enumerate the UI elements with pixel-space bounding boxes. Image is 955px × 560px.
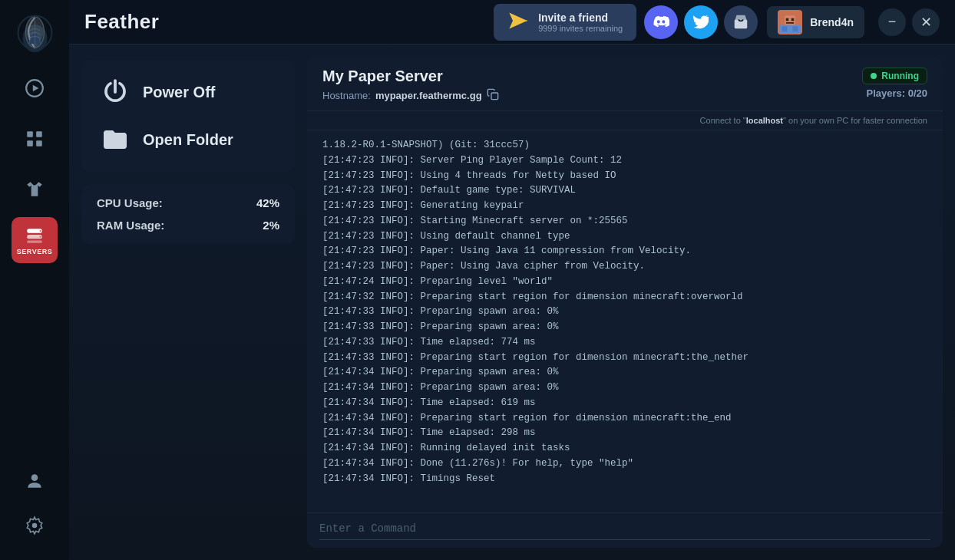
localhost-info: Connect to "localhost" on your own PC fo…	[307, 111, 943, 130]
svg-rect-5	[27, 131, 33, 137]
log-line: [21:47:23 INFO]: Default game type: SURV…	[322, 183, 927, 198]
discord-button[interactable]	[644, 5, 678, 39]
invite-text: Invite a friend 9999 invites remaining	[538, 12, 623, 33]
ram-value: 2%	[263, 219, 279, 232]
invite-friend-button[interactable]: Invite a friend 9999 invites remaining	[494, 4, 636, 41]
hostname-value: mypaper.feathermc.gg	[375, 90, 482, 101]
right-panel: My Paper Server Hostname: mypaper.feathe…	[307, 44, 955, 560]
svg-rect-21	[786, 22, 795, 24]
play-icon	[25, 78, 45, 98]
topbar-actions: Brend4n − ✕	[644, 5, 940, 39]
console-status-group: Running Players: 0/20	[862, 68, 927, 99]
settings-icon	[25, 516, 45, 535]
sidebar-logo	[10, 8, 60, 58]
console-card: My Paper Server Hostname: mypaper.feathe…	[307, 57, 943, 548]
console-log: 1.18.2-R0.1-SNAPSHOT) (Git: 31ccc57)[21:…	[307, 130, 943, 512]
power-off-label: Power Off	[143, 84, 215, 101]
sidebar-item-account[interactable]	[15, 462, 54, 500]
server-actions: Power Off Open Folder	[81, 60, 295, 172]
sidebar-item-cosmetics[interactable]	[12, 166, 58, 212]
sidebar-item-servers-label: SERVERS	[17, 248, 52, 255]
sidebar-item-play[interactable]	[12, 65, 58, 111]
log-line: [21:47:34 INFO]: Preparing spawn area: 0…	[322, 365, 927, 380]
folder-icon	[100, 124, 131, 155]
log-line: [21:47:34 INFO]: Time elapsed: 619 ms	[322, 396, 927, 410]
console-input[interactable]	[319, 522, 930, 535]
cpu-stat-row: CPU Usage: 42%	[97, 196, 279, 209]
log-line: 1.18.2-R0.1-SNAPSHOT) (Git: 31ccc57)	[322, 138, 927, 153]
shirt-icon	[25, 180, 45, 199]
svg-rect-23	[782, 26, 788, 31]
shop-icon	[732, 14, 749, 31]
account-icon	[25, 471, 45, 491]
svg-rect-19	[786, 18, 789, 21]
svg-point-14	[31, 474, 38, 481]
window-controls: − ✕	[878, 8, 940, 36]
invite-subtitle: 9999 invites remaining	[538, 24, 623, 33]
ram-stat-row: RAM Usage: 2%	[97, 219, 279, 232]
console-input-divider	[319, 539, 930, 540]
sidebar-item-servers[interactable]: SERVERS	[12, 217, 58, 263]
log-line: [21:47:23 INFO]: Using default channel t…	[322, 229, 927, 244]
status-badge: Running	[862, 68, 927, 84]
status-text: Running	[881, 71, 919, 81]
twitter-button[interactable]	[684, 5, 718, 39]
log-line: [21:47:32 INFO]: Preparing start region …	[322, 290, 927, 305]
ram-label: RAM Usage:	[97, 219, 164, 232]
user-avatar	[778, 10, 802, 35]
username: Brend4n	[810, 16, 854, 28]
twitter-icon	[693, 15, 709, 30]
hostname-label: Hostname:	[322, 90, 371, 101]
minimize-button[interactable]: −	[878, 8, 906, 36]
console-hostname: Hostname: mypaper.feathermc.gg	[322, 88, 499, 103]
sidebar: SERVERS	[0, 0, 69, 560]
user-profile[interactable]: Brend4n	[767, 6, 864, 38]
log-line: [21:47:34 INFO]: Time elapsed: 298 ms	[322, 426, 927, 440]
log-line: [21:47:23 INFO]: Paper: Using Java ciphe…	[322, 259, 927, 274]
svg-rect-20	[791, 18, 795, 21]
log-line: [21:47:33 INFO]: Preparing spawn area: 0…	[322, 305, 927, 319]
svg-rect-7	[27, 140, 33, 147]
sidebar-item-grid[interactable]	[12, 116, 58, 162]
cpu-value: 42%	[256, 196, 279, 209]
close-button[interactable]: ✕	[912, 8, 940, 36]
log-line: [21:47:23 INFO]: Paper: Using Java 11 co…	[322, 244, 927, 259]
power-icon	[100, 77, 131, 107]
app-title: Feather	[84, 10, 494, 34]
open-folder-label: Open Folder	[143, 131, 233, 149]
svg-rect-25	[491, 93, 498, 100]
server-stats: CPU Usage: 42% RAM Usage: 2%	[81, 184, 295, 244]
log-line: [21:47:24 INFO]: Preparing level "world"	[322, 275, 927, 289]
shop-button[interactable]	[724, 5, 758, 39]
content-area: Power Off Open Folder CPU Usage: 42%	[69, 44, 955, 560]
discord-icon	[653, 14, 669, 31]
console-header: My Paper Server Hostname: mypaper.feathe…	[307, 57, 943, 111]
paper-plane-icon	[507, 10, 529, 31]
sidebar-item-settings[interactable]	[15, 506, 54, 545]
log-line: [21:47:23 INFO]: Generating keypair	[322, 199, 927, 213]
log-line: [21:47:34 INFO]: Timings Reset	[322, 472, 927, 486]
open-folder-button[interactable]: Open Folder	[94, 120, 283, 160]
avatar-image	[779, 12, 801, 33]
svg-point-13	[40, 236, 41, 237]
console-title: My Paper Server	[322, 68, 499, 85]
console-input-area	[307, 512, 943, 548]
main-area: Feather Invite a friend 9999 invites rem…	[69, 0, 955, 560]
log-line: [21:47:34 INFO]: Running delayed init ta…	[322, 441, 927, 456]
log-line: [21:47:33 INFO]: Preparing spawn area: 0…	[322, 320, 927, 334]
sidebar-navigation: SERVERS	[12, 65, 58, 462]
grid-icon	[25, 129, 45, 149]
svg-marker-4	[33, 85, 39, 92]
copy-icon	[487, 88, 499, 100]
log-line: [21:47:34 INFO]: Preparing start region …	[322, 411, 927, 426]
copy-button[interactable]	[487, 88, 499, 103]
topbar: Feather Invite a friend 9999 invites rem…	[69, 0, 955, 44]
log-line: [21:47:34 INFO]: Done (11.276s)! For hel…	[322, 456, 927, 471]
left-panel: Power Off Open Folder CPU Usage: 42%	[69, 44, 307, 560]
svg-point-12	[40, 229, 41, 231]
status-dot	[871, 73, 877, 79]
svg-point-15	[32, 523, 38, 529]
log-line: [21:47:23 INFO]: Starting Minecraft serv…	[322, 214, 927, 229]
power-off-button[interactable]: Power Off	[94, 72, 283, 112]
log-line: [21:47:23 INFO]: Server Ping Player Samp…	[322, 153, 927, 168]
